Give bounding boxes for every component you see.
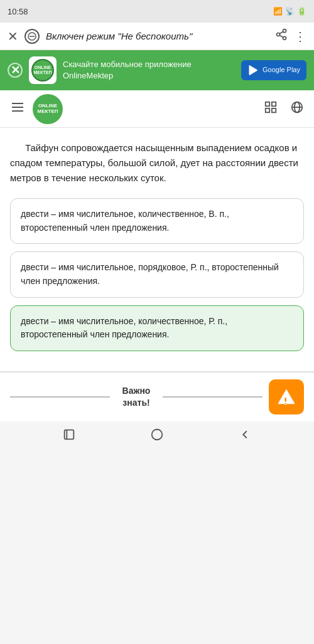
answer-text-3: двести – имя числительное, количественно… — [21, 316, 227, 340]
banner-close-button[interactable]: ✕ — [8, 63, 23, 78]
passage-text: Тайфун сопровождается насыщенным выпаден… — [10, 140, 304, 186]
android-home-button[interactable] — [150, 428, 164, 445]
answer-text-2: двести – имя числительное, порядковое, Р… — [21, 262, 279, 286]
svg-rect-11 — [272, 102, 276, 105]
svg-point-4 — [283, 36, 286, 40]
nav-logo: ONLINE МЕКТЕП — [33, 94, 63, 124]
grid-icon[interactable] — [264, 100, 278, 118]
dnd-circle-icon — [24, 29, 40, 44]
play-store-icon — [247, 64, 260, 77]
app-banner: ✕ ONLINE МЕКТЕП Скачайте мобильное прило… — [0, 50, 314, 90]
more-options-icon[interactable]: ⋮ — [294, 29, 306, 44]
dnd-close-button[interactable]: ✕ — [8, 29, 18, 44]
banner-logo: ONLINE МЕКТЕП — [29, 56, 57, 84]
bottom-line-left — [10, 396, 110, 398]
svg-rect-10 — [266, 102, 269, 105]
important-label: Важно знать! — [110, 385, 163, 409]
svg-line-6 — [279, 31, 283, 33]
battery-icon: 🔋 — [297, 7, 306, 16]
answer-text-1: двести – имя числительное, количественно… — [21, 209, 229, 233]
dnd-text: Включен режим "Не беспокоить" — [46, 31, 269, 41]
banner-description: Скачайте мобильное приложение OnlineMekt… — [63, 59, 235, 82]
globe-icon[interactable] — [290, 100, 304, 118]
status-bar-right: 📶 📡 🔋 — [273, 7, 306, 16]
status-time: 10:58 — [8, 7, 28, 16]
svg-rect-13 — [272, 108, 276, 112]
google-play-button[interactable]: Google Play — [241, 60, 306, 80]
status-bar-left: 10:58 — [8, 7, 28, 16]
menu-icon[interactable] — [10, 100, 25, 119]
answer-card-1[interactable]: двести – имя числительное, количественно… — [10, 198, 304, 244]
android-nav-bar — [0, 421, 314, 451]
signal-icon: 📶 — [273, 7, 283, 16]
android-back-button[interactable] — [238, 428, 252, 445]
svg-rect-17 — [65, 430, 74, 440]
svg-point-2 — [283, 29, 286, 33]
bottom-line-right — [163, 396, 263, 398]
nav-bar: ONLINE МЕКТЕП — [0, 90, 314, 128]
main-content: Тайфун сопровождается насыщенным выпаден… — [0, 128, 314, 371]
svg-point-3 — [277, 33, 280, 36]
share-icon[interactable] — [275, 28, 288, 44]
play-store-label: Google Play — [263, 66, 300, 74]
answer-card-3[interactable]: двести – имя числительное, количественно… — [10, 305, 304, 351]
svg-line-5 — [279, 35, 283, 37]
wifi-icon: 📡 — [285, 7, 295, 16]
dnd-bar: ✕ Включен режим "Не беспокоить" ⋮ — [0, 23, 314, 50]
android-recent-apps-button[interactable] — [62, 428, 76, 445]
warning-button[interactable] — [269, 379, 304, 414]
bottom-bar: Важно знать! — [0, 371, 314, 421]
svg-rect-12 — [266, 108, 269, 112]
svg-point-19 — [152, 430, 163, 440]
answer-card-2[interactable]: двести – имя числительное, порядковое, Р… — [10, 251, 304, 297]
status-bar: 10:58 📶 📡 🔋 — [0, 0, 314, 23]
